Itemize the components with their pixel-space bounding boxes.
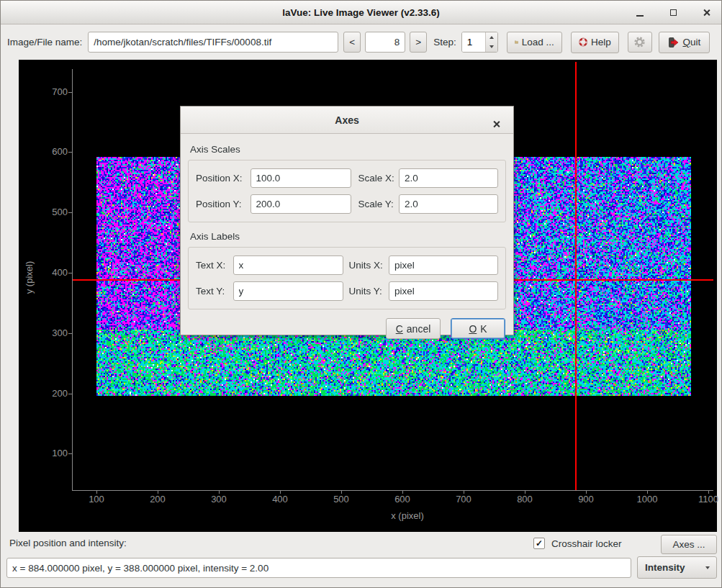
text-y-input[interactable] [233, 281, 343, 301]
position-x-label: Position X: [196, 173, 251, 184]
cancel-button[interactable]: Cancel [386, 318, 441, 339]
axis-tick-label: 200 [140, 494, 175, 505]
crosshair-locker-label: Crosshair locker [551, 538, 622, 549]
axis-labels-section-title: Axis Labels [190, 231, 504, 242]
lifebuoy-help-icon [579, 37, 587, 48]
step-label: Step: [433, 37, 456, 48]
axis-tick-label: 700 [32, 86, 68, 97]
axis-tick-label: 200 [32, 388, 68, 399]
window-titlebar[interactable]: laVue: Live Image Viewer (v2.33.6) [1, 1, 721, 24]
frame-number-input[interactable] [365, 32, 405, 53]
exit-door-icon [667, 37, 679, 48]
pixel-position-label: Pixel position and intensity: [9, 538, 127, 548]
gear-icon [633, 36, 646, 48]
units-x-input[interactable] [389, 255, 498, 275]
axis-tick-label: 500 [32, 207, 68, 217]
axis-tick-label: 1000 [630, 494, 664, 505]
maximize-button[interactable] [665, 5, 681, 21]
axis-tick-mark [68, 212, 72, 213]
settings-button[interactable] [628, 32, 652, 53]
checkmark-icon: ✓ [536, 539, 543, 548]
scale-x-input[interactable] [399, 168, 498, 188]
axis-tick-label: 900 [569, 494, 603, 505]
position-y-label: Position Y: [196, 199, 251, 209]
close-button[interactable] [698, 5, 714, 21]
units-y-input[interactable] [389, 281, 498, 301]
quit-button[interactable]: Quit [659, 32, 710, 53]
axes-dialog-button[interactable]: Axes ... [661, 535, 717, 554]
dialog-close-button[interactable] [488, 116, 504, 132]
axis-tick-label: 400 [263, 494, 297, 505]
axis-tick-label: 400 [32, 267, 68, 278]
quit-button-label: Quit [682, 37, 700, 48]
window-title: laVue: Live Image Viewer (v2.33.6) [282, 7, 439, 18]
axis-scales-groupbox: Position X: Scale X: Position Y: Scale Y… [188, 160, 506, 222]
file-name-input[interactable] [88, 32, 338, 53]
step-down-button[interactable] [486, 42, 497, 53]
ok-button[interactable]: OK [451, 318, 505, 339]
x-axis-title: x (pixel) [364, 510, 451, 521]
dialog-body: Axis Scales Position X: Scale X: Positio… [181, 134, 513, 335]
units-y-label: Units Y: [349, 286, 389, 297]
axis-scales-section-title: Axis Scales [190, 144, 504, 155]
app-window: laVue: Live Image Viewer (v2.33.6) Image… [0, 0, 722, 588]
minimize-button[interactable] [632, 5, 648, 21]
axis-tick-label: 800 [507, 494, 542, 505]
units-x-label: Units X: [349, 260, 389, 271]
dialog-titlebar[interactable]: Axes [181, 107, 513, 134]
display-mode-select[interactable]: Intensity [637, 556, 717, 579]
axis-tick-label: 700 [446, 494, 481, 505]
spin-up-icon [489, 36, 494, 39]
file-name-label: Image/File name: [7, 37, 82, 48]
next-frame-button[interactable]: > [410, 32, 427, 53]
axes-dialog: Axes Axis Scales Position X: Scale X: Po… [180, 106, 514, 335]
close-icon [703, 9, 710, 17]
spin-down-icon [489, 45, 494, 48]
text-y-label: Text Y: [196, 286, 233, 297]
scale-x-label: Scale X: [358, 173, 399, 184]
text-x-label: Text X: [196, 260, 233, 271]
axis-tick-mark [68, 92, 72, 93]
axis-tick-mark [68, 273, 72, 273]
help-button-label: Help [591, 37, 611, 48]
pixel-intensity-status-field[interactable] [6, 558, 631, 578]
axis-tick-label: 100 [32, 448, 68, 458]
crosshair-locker-control[interactable]: ✓ Crosshair locker [533, 538, 622, 549]
axis-tick-mark [68, 152, 72, 153]
load-button-label: Load ... [522, 37, 554, 48]
help-button[interactable]: Help [571, 32, 619, 53]
scale-y-label: Scale Y: [358, 199, 399, 209]
axis-tick-label: 600 [385, 494, 420, 505]
chevron-down-icon [705, 566, 710, 569]
maximize-icon [670, 9, 677, 16]
text-x-input[interactable] [233, 255, 343, 275]
crosshair-locker-checkbox[interactable]: ✓ [533, 538, 545, 549]
x-axis-line [72, 490, 713, 491]
step-up-button[interactable] [486, 32, 497, 42]
display-mode-value: Intensity [645, 562, 685, 573]
scale-y-input[interactable] [399, 194, 498, 214]
toolbar: Image/File name: < > Step: Load ... Help… [1, 25, 721, 59]
axis-tick-mark [68, 333, 72, 334]
dialog-title-text: Axes [335, 114, 358, 126]
axis-tick-label: 300 [32, 327, 68, 338]
dialog-close-icon [492, 120, 500, 128]
axis-tick-label: 300 [202, 494, 236, 505]
step-input[interactable] [462, 32, 485, 52]
crosshair-vertical-line[interactable] [575, 62, 577, 490]
folder-icon [515, 37, 518, 47]
position-y-input[interactable] [251, 194, 351, 214]
minimize-icon [636, 15, 644, 17]
position-x-input[interactable] [251, 168, 351, 188]
axis-tick-label: 100 [79, 494, 114, 505]
step-spinbox [461, 32, 498, 53]
axis-tick-label: 600 [32, 146, 68, 157]
axis-tick-mark [68, 394, 72, 394]
axis-tick-label: 1100 [691, 494, 722, 505]
axis-labels-groupbox: Text X: Units X: Text Y: Units Y: [188, 247, 506, 309]
load-button[interactable]: Load ... [507, 32, 562, 53]
axis-tick-label: 500 [324, 494, 358, 505]
prev-frame-button[interactable]: < [343, 32, 361, 53]
axis-tick-mark [68, 453, 72, 454]
